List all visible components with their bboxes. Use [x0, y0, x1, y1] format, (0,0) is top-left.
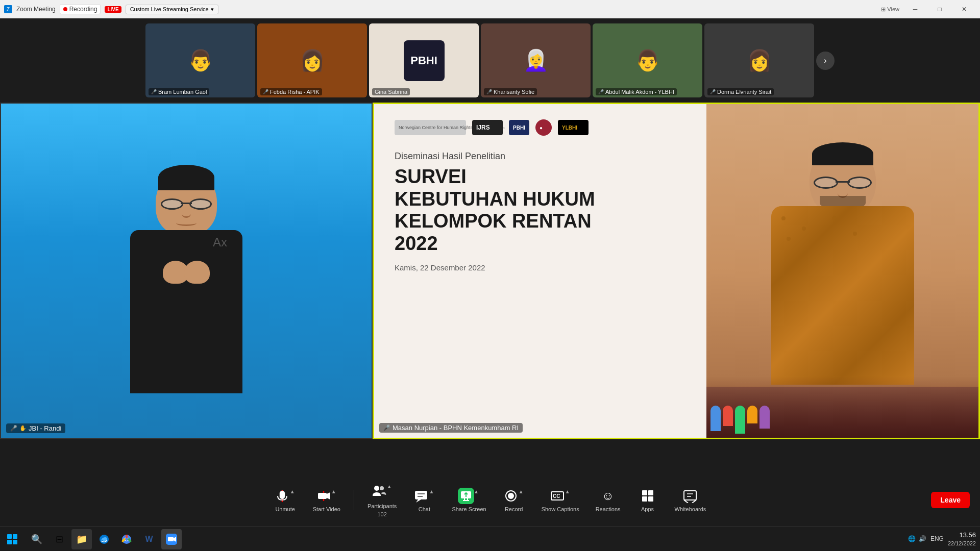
participant-avatar-dorma: 👩 [704, 23, 814, 97]
titlebar-controls: ⊞ View ─ □ ✕ [878, 2, 976, 17]
language-indicator: ENG [930, 535, 944, 542]
slide-title: SURVEI KEBUTUHAN HUKUM KELOMPOK RENTAN 2… [395, 166, 686, 255]
recording-label: Recording [69, 6, 97, 13]
interpreter-glasses-bridge [181, 203, 192, 204]
start-button[interactable] [0, 527, 24, 552]
presenter-hair [812, 142, 873, 165]
logo-ijrs: IJRS [472, 120, 503, 135]
svg-point-5 [374, 486, 379, 491]
record-label: Record [505, 506, 523, 512]
participant-thumb-kharisanty[interactable]: 👩‍🦳 🎤 Kharisanty Sofie [481, 23, 591, 97]
search-taskbar-icon[interactable]: 🔍 [27, 529, 47, 549]
apps-button[interactable]: Apps [630, 485, 666, 515]
participant-name-dorma: 🎤 Dorma Elvrianty Sirait [707, 88, 774, 95]
whiteboards-label: Whiteboards [675, 506, 706, 512]
svg-rect-22 [642, 496, 647, 502]
zoom-taskbar-icon[interactable] [161, 529, 182, 549]
batik-dot-2 [802, 227, 806, 231]
whiteboards-button[interactable]: Whiteboards [668, 485, 714, 515]
close-button[interactable]: ✕ [952, 2, 976, 17]
apps-label: Apps [641, 506, 654, 512]
mic-icon-3: 🎤 [486, 89, 492, 94]
presenter-area [706, 104, 978, 438]
interpreter-head [156, 169, 217, 235]
explorer-icon[interactable]: 📁 [71, 529, 92, 549]
main-video-area: Ax 🎤 ✋ JBI - Randi Norwegian Centre for … [0, 103, 980, 439]
participants-button[interactable]: ▲ Participants 102 [360, 480, 404, 520]
participant-thumb-febda[interactable]: 👩 🎤 Febda Risha - APIK [257, 23, 367, 97]
chrome-icon[interactable] [116, 529, 137, 549]
svg-point-6 [380, 486, 384, 490]
participant-thumb-malik[interactable]: 👨 🎤 Abdul Malik Akdom - YLBHI [593, 23, 702, 97]
video-arrow[interactable]: ▲ [330, 483, 338, 499]
task-view-icon[interactable]: ⊟ [49, 529, 69, 549]
interpreter-glasses-left [161, 198, 183, 210]
chat-button[interactable]: ▲ Chat [406, 485, 443, 515]
presenter-figure [706, 104, 978, 438]
figure-4 [747, 406, 757, 423]
win-square-3 [7, 540, 12, 544]
participant-thumb-dorma[interactable]: 👩 🎤 Dorma Elvrianty Sirait [704, 23, 814, 97]
titlebar-left: Z Zoom Meeting Recording LIVE Custom Liv… [4, 4, 218, 14]
win-square-1 [7, 534, 12, 539]
participant-name-kharisanty: 🎤 Kharisanty Sofie [484, 88, 537, 95]
view-button[interactable]: ⊞ View [878, 5, 902, 14]
svg-rect-24 [684, 491, 696, 500]
participant-avatar-febda: 👩 [257, 23, 367, 97]
maximize-button[interactable]: □ [928, 2, 951, 17]
captions-group: CC ▲ [549, 488, 572, 504]
toolbar-divider-1 [354, 490, 354, 510]
unmute-arrow[interactable]: ▲ [288, 483, 297, 499]
windows-logo [7, 534, 17, 544]
presentation-content: Norwegian Centre for Human RightsUnivers… [374, 104, 978, 438]
record-group: ▲ [503, 488, 525, 504]
unmute-label: Unmute [275, 506, 295, 512]
edge-icon[interactable] [94, 529, 114, 549]
svg-rect-7 [415, 491, 427, 499]
presenter-head [810, 145, 876, 216]
taskbar-date-display: 22/12/2022 [948, 540, 976, 547]
network-icon: 🌐 [908, 535, 916, 542]
interpreter-mouth [176, 220, 197, 226]
participant-avatar-kharisanty: 👩‍🦳 [481, 23, 591, 97]
presenter-glasses-right [847, 177, 872, 189]
recording-badge: Recording [60, 4, 101, 14]
minimize-button[interactable]: ─ [903, 2, 927, 17]
toolbar: ▲ Unmute ▲ Start Video [0, 480, 980, 520]
participant-name-bram: 🎤 Bram Lumban Gaol [149, 88, 209, 95]
reactions-icon: ☺ [600, 488, 616, 504]
share-screen-button[interactable]: ▲ Share Screen [445, 485, 493, 515]
word-icon[interactable]: W [139, 529, 159, 549]
captions-arrow[interactable]: ▲ [564, 483, 572, 499]
chat-arrow[interactable]: ▲ [427, 483, 435, 499]
interpreter-hands [163, 261, 210, 284]
participant-thumb-bram[interactable]: 👨 🎤 Bram Lumban Gaol [145, 23, 255, 97]
svg-rect-23 [648, 496, 653, 502]
whiteboards-icon [682, 488, 698, 504]
start-video-button[interactable]: ▲ Start Video [306, 485, 348, 515]
interpreter-glasses-right [189, 198, 212, 210]
share-screen-arrow[interactable]: ▲ [472, 483, 480, 499]
participants-arrow[interactable]: ▲ [385, 478, 394, 494]
figure-2 [723, 406, 733, 426]
record-button[interactable]: ▲ Record [496, 485, 532, 515]
svg-text:CC: CC [553, 493, 560, 499]
svg-point-17 [508, 493, 514, 499]
leave-button[interactable]: Leave [931, 492, 970, 508]
captions-button[interactable]: CC ▲ Show Captions [534, 485, 586, 515]
app-title: Zoom Meeting [16, 6, 56, 13]
figure-1 [710, 406, 721, 431]
streaming-button[interactable]: Custom Live Streaming Service ▾ [126, 5, 218, 14]
streaming-arrow: ▾ [211, 6, 214, 13]
systray: 🌐 🔊 [908, 535, 926, 542]
app-icon: Z [4, 5, 12, 13]
next-participant-arrow[interactable]: › [816, 52, 835, 70]
participant-thumb-gina[interactable]: PBHI Gina Sabrina [369, 23, 479, 97]
left-video-panel: Ax 🎤 ✋ JBI - Randi [0, 103, 373, 439]
participant-name-gina: Gina Sabrina [372, 88, 410, 95]
batik-dot-3 [787, 237, 791, 241]
presenter-body [771, 206, 914, 385]
reactions-button[interactable]: ☺ Reactions [589, 485, 628, 515]
record-arrow[interactable]: ▲ [517, 483, 525, 499]
unmute-button[interactable]: ▲ Unmute [267, 485, 304, 515]
